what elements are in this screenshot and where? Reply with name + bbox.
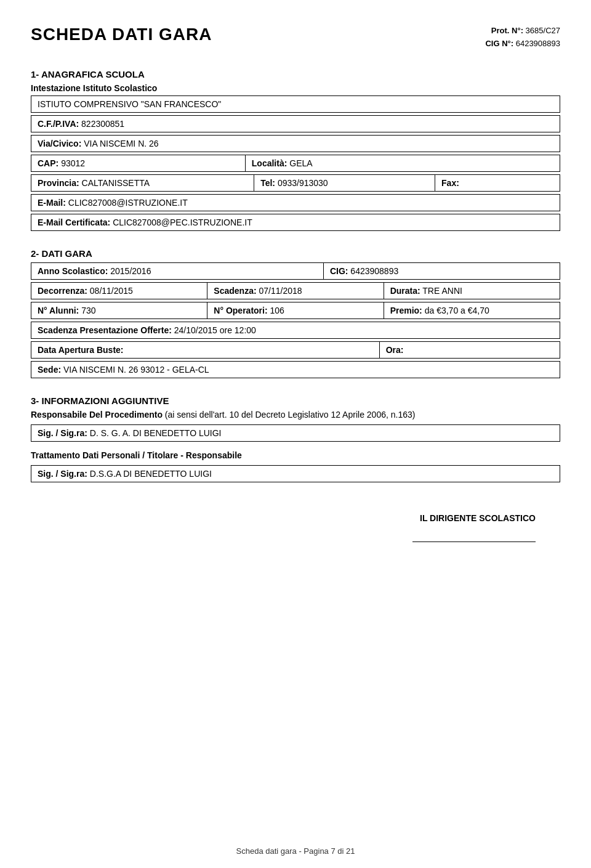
prot-label: Prot. N°: xyxy=(491,26,523,35)
cig-header-label: CIG N°: xyxy=(485,39,513,48)
sig1-row: Sig. / Sig.ra: D. S. G. A. DI BENEDETTO … xyxy=(31,424,560,442)
cap-value: 93012 xyxy=(61,158,85,168)
premio-value: da €3,70 a €4,70 xyxy=(425,306,489,315)
durata-label: Durata: xyxy=(390,286,420,296)
sede-row: Sede: VIA NISCEMI N. 26 93012 - GELA-CL xyxy=(31,361,560,378)
localita-value: GELA xyxy=(289,158,312,168)
data-apertura-label: Data Apertura Buste: xyxy=(38,345,124,355)
premio-cell: Premio: da €3,70 a €4,70 xyxy=(384,302,560,319)
operatori-value: 106 xyxy=(270,306,284,315)
dirigente-label: IL DIRIGENTE SCOLASTICO xyxy=(31,513,536,523)
intestazione-label: Intestazione Istituto Scolastico xyxy=(31,83,560,93)
fax-label: Fax: xyxy=(441,178,459,188)
via-value: VIA NISCEMI N. 26 xyxy=(84,139,158,148)
operatori-cell: N° Operatori: 106 xyxy=(207,302,384,319)
sede-label: Sede: xyxy=(38,365,61,375)
trattamento-label: Trattamento Dati Personali / Titolare - … xyxy=(31,450,242,460)
section2-title: 2- DATI GARA xyxy=(31,248,560,259)
email-value: CLIC827008@ISTRUZIONE.IT xyxy=(68,198,188,208)
email-cert-row: E-Mail Certificata: CLIC827008@PEC.ISTRU… xyxy=(31,214,560,231)
page-footer: Scheda dati gara - Pagina 7 di 21 xyxy=(0,846,591,856)
scadenza-value: 07/11/2018 xyxy=(259,286,302,296)
durata-value: TRE ANNI xyxy=(422,286,462,296)
sig2-row: Sig. / Sig.ra: D.S.G.A DI BENEDETTO LUIG… xyxy=(31,465,560,482)
alunni-value: 730 xyxy=(81,306,95,315)
cap-localita-row: CAP: 93012 Località: GELA xyxy=(31,155,560,172)
tel-label: Tel: xyxy=(260,178,275,188)
cf-label: C.F./P.IVA: xyxy=(38,119,79,129)
email-label: E-Mail: xyxy=(38,198,66,208)
premio-label: Premio: xyxy=(390,306,422,315)
responsabile-block: Responsabile Del Procedimento (ai sensi … xyxy=(31,410,560,420)
provincia-value: CALTANISSETTA xyxy=(82,178,150,188)
email-row: E-Mail: CLIC827008@ISTRUZIONE.IT xyxy=(31,194,560,211)
trattamento-block: Trattamento Dati Personali / Titolare - … xyxy=(31,450,560,460)
page-header: SCHEDA DATI GARA Prot. N°: 3685/C27 CIG … xyxy=(31,25,560,51)
section1-title: 1- ANAGRAFICA SCUOLA xyxy=(31,69,560,79)
durata-cell: Durata: TRE ANNI xyxy=(384,282,560,299)
email-cert-label: E-Mail Certificata: xyxy=(38,217,110,227)
cap-cell: CAP: 93012 xyxy=(31,155,246,172)
decorrenza-value: 08/11/2015 xyxy=(90,286,133,296)
data-apertura-cell: Data Apertura Buste: xyxy=(31,341,380,359)
localita-cell: Località: GELA xyxy=(246,155,560,172)
cig-label: CIG: xyxy=(330,266,348,276)
alunni-operatori-premio-row: N° Alunni: 730 N° Operatori: 106 Premio:… xyxy=(31,302,560,319)
scad-pres-row: Scadenza Presentazione Offerte: 24/10/20… xyxy=(31,322,560,339)
scadenza-cell: Scadenza: 07/11/2018 xyxy=(207,282,384,299)
scad-pres-label: Scadenza Presentazione Offerte: xyxy=(38,325,172,335)
prot-value: 3685/C27 xyxy=(526,26,560,35)
prot-info: Prot. N°: 3685/C27 CIG N°: 6423908893 xyxy=(485,25,560,51)
anno-label: Anno Scolastico: xyxy=(38,266,108,276)
data-apertura-ora-row: Data Apertura Buste: Ora: xyxy=(31,341,560,359)
cf-value: 822300851 xyxy=(81,119,124,129)
responsabile-note: (ai sensi dell'art. 10 del Decreto Legis… xyxy=(165,410,416,420)
anno-cig-row: Anno Scolastico: 2015/2016 CIG: 64239088… xyxy=(31,262,560,280)
intestazione-row: ISTIUTO COMPRENSIVO "SAN FRANCESCO" xyxy=(31,95,560,113)
cf-row: C.F./P.IVA: 822300851 xyxy=(31,115,560,132)
anno-cell: Anno Scolastico: 2015/2016 xyxy=(31,262,324,280)
main-title: SCHEDA DATI GARA xyxy=(31,25,212,44)
alunni-cell: N° Alunni: 730 xyxy=(31,302,207,319)
signature-line xyxy=(412,541,536,542)
sede-value: VIA NISCEMI N. 26 93012 - GELA-CL xyxy=(63,365,209,375)
tel-cell: Tel: 0933/913030 xyxy=(254,174,435,192)
page-info: Scheda dati gara - Pagina 7 di 21 xyxy=(236,846,355,856)
tel-value: 0933/913030 xyxy=(278,178,328,188)
via-row: Via/Civico: VIA NISCEMI N. 26 xyxy=(31,135,560,152)
decorrenza-label: Decorrenza: xyxy=(38,286,87,296)
sig2-value: D.S.G.A DI BENEDETTO LUIGI xyxy=(90,469,212,479)
ora-label: Ora: xyxy=(386,345,404,355)
decorrenza-cell: Decorrenza: 08/11/2015 xyxy=(31,282,207,299)
via-label: Via/Civico: xyxy=(38,139,81,148)
anno-value: 2015/2016 xyxy=(110,266,151,276)
provincia-label: Provincia: xyxy=(38,178,79,188)
scad-pres-value: 24/10/2015 ore 12:00 xyxy=(174,325,256,335)
sig1-value: D. S. G. A. DI BENEDETTO LUIGI xyxy=(90,428,222,438)
section3-title: 3- INFORMAZIONI AGGIUNTIVE xyxy=(31,395,560,406)
cig-value: 6423908893 xyxy=(350,266,398,276)
scadenza-label: Scadenza: xyxy=(214,286,256,296)
cig-header-value: 6423908893 xyxy=(516,39,560,48)
intestazione-value: ISTIUTO COMPRENSIVO "SAN FRANCESCO" xyxy=(38,99,221,109)
provincia-cell: Provincia: CALTANISSETTA xyxy=(31,174,254,192)
email-cert-value: CLIC827008@PEC.ISTRUZIONE.IT xyxy=(113,217,252,227)
cap-label: CAP: xyxy=(38,158,58,168)
sig1-label: Sig. / Sig.ra: xyxy=(38,428,87,438)
cig-cell: CIG: 6423908893 xyxy=(324,262,560,280)
decorrenza-scadenza-durata-row: Decorrenza: 08/11/2015 Scadenza: 07/11/2… xyxy=(31,282,560,299)
responsabile-label: Responsabile Del Procedimento xyxy=(31,410,163,420)
operatori-label: N° Operatori: xyxy=(214,306,267,315)
alunni-label: N° Alunni: xyxy=(38,306,79,315)
ora-cell: Ora: xyxy=(380,341,560,359)
fax-cell: Fax: xyxy=(435,174,560,192)
provincia-tel-row: Provincia: CALTANISSETTA Tel: 0933/91303… xyxy=(31,174,560,192)
dirigente-block: IL DIRIGENTE SCOLASTICO xyxy=(31,513,536,542)
localita-label: Località: xyxy=(252,158,287,168)
sig2-label: Sig. / Sig.ra: xyxy=(38,469,87,479)
